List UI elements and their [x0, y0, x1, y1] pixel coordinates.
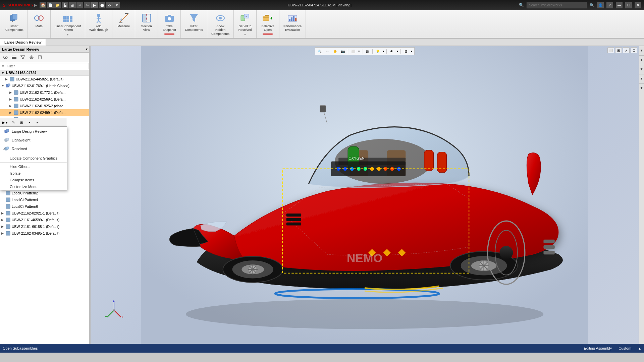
panel-icon-eye[interactable]: [1, 54, 9, 61]
redo-btn[interactable]: ↪: [84, 2, 91, 8]
search-submit[interactable]: 🔍: [590, 3, 594, 7]
rotate-icon[interactable]: ↔: [324, 48, 331, 54]
section-view-icon[interactable]: ⊡: [364, 48, 371, 54]
render-icon[interactable]: 🖥: [402, 48, 409, 54]
panel-resize-handle[interactable]: [89, 46, 90, 344]
status-left-text: Open Subassemblies: [3, 346, 38, 350]
ctx-update-graphics[interactable]: Update Component Graphics: [0, 155, 67, 162]
close-btn[interactable]: ✕: [635, 2, 641, 8]
zoom-icon[interactable]: 🔍: [316, 48, 323, 54]
ctx-isolate[interactable]: Isolate: [0, 170, 67, 177]
ctx-collapse-items[interactable]: Collapse Items: [0, 177, 67, 183]
display-style-icon[interactable]: ⬜: [350, 48, 357, 54]
label-n6: UBW-21162-02499-1 (Defa...: [20, 111, 65, 115]
minimize-btn[interactable]: —: [616, 2, 623, 8]
right-tab-1[interactable]: ▲: [639, 46, 644, 55]
tree-item-n6[interactable]: ▶ UBW-21162-02499-1 (Defa...: [0, 109, 90, 116]
restore-btn[interactable]: ❐: [625, 2, 632, 8]
status-expand-icon[interactable]: ▲: [638, 347, 641, 350]
lighting-arrow[interactable]: ▼: [382, 50, 385, 53]
cursor-btn[interactable]: ▶: [91, 2, 98, 8]
tree-item-n2[interactable]: ▼ UBW-21162-01769-1 (Hatch Closed): [0, 82, 90, 89]
pan-icon[interactable]: ✋: [332, 48, 338, 54]
tree-item-n18[interactable]: LocalCirPattern2: [0, 190, 90, 196]
print-btn[interactable]: 🖨: [69, 2, 76, 8]
tree-item-n22[interactable]: ▶ UBW-21161-46599-1 (Default): [0, 217, 90, 223]
display-style-arrow[interactable]: ▼: [358, 50, 360, 53]
settings-btn[interactable]: ⚙: [106, 2, 113, 8]
right-tab-2[interactable]: ▲: [639, 55, 644, 65]
mate-btn[interactable]: Mate: [30, 11, 48, 29]
ctx-tb-dropdown[interactable]: ▶▼: [2, 119, 9, 126]
ctx-tb-cut[interactable]: ✂: [26, 119, 33, 126]
linear-component-pattern-btn[interactable]: Linear Component Pattern: [53, 11, 83, 33]
measure-btn[interactable]: d Measure: [114, 11, 133, 29]
right-tab-5[interactable]: ▲: [639, 83, 644, 93]
3d-viewport[interactable]: 🔍 ↔ ✋ 📷 ⬜ ▼ ⊡ 💡 ▼ 👁 ▼ 🖥 ▼ ⬜ ⊞ ⤢ ⊡: [91, 46, 639, 344]
ctx-large-design-review[interactable]: Large Design Review: [0, 127, 67, 136]
filter-input[interactable]: [6, 63, 89, 69]
account-btn[interactable]: 👤: [597, 2, 604, 8]
take-snapshot-btn[interactable]: Take Snapshot: [160, 11, 178, 33]
panel-icon-filter[interactable]: [19, 54, 27, 61]
modified-more[interactable]: ▼: [244, 33, 246, 36]
panel-collapse-btn[interactable]: ▼: [85, 48, 88, 51]
selective-open-expand[interactable]: [259, 34, 277, 35]
ctx-hide-others[interactable]: Hide Others: [0, 163, 67, 170]
render-arrow[interactable]: ▼: [410, 50, 413, 53]
ribbon-group-linear-pattern: Linear Component Pattern ▼: [51, 10, 85, 38]
ctx-tb-insert[interactable]: ⊞: [18, 119, 25, 126]
lighting-icon[interactable]: 💡: [374, 48, 381, 54]
filter-btn[interactable]: Filter Components: [183, 11, 205, 33]
show-hidden-btn[interactable]: Show Hidden Components: [209, 11, 231, 37]
right-tab-3[interactable]: ▲: [639, 65, 644, 74]
performance-evaluation-btn[interactable]: Performance Evaluation: [281, 11, 304, 33]
add-walkthrough-btn[interactable]: Add Walk-through: [87, 11, 110, 33]
set-all-resolved-btn[interactable]: ✓ Set All to Resolved: [236, 11, 254, 33]
panel-icon-tag[interactable]: [36, 54, 44, 61]
insert-components-btn[interactable]: + Insert Components: [3, 11, 25, 33]
solidworks-logo: S: [3, 3, 6, 8]
ctx-sep2: [0, 162, 67, 163]
snapshot-expand[interactable]: [160, 34, 178, 35]
undo-btn[interactable]: ↩: [76, 2, 83, 8]
new-btn[interactable]: 📄: [47, 2, 54, 8]
panel-icon-list[interactable]: [10, 54, 18, 61]
ctx-customize-menu[interactable]: Customize Menu: [0, 183, 67, 190]
hide-show-arrow[interactable]: ▼: [396, 50, 399, 53]
tree-item-n21[interactable]: ▶ UBW-21162-02921-1 (Default): [0, 210, 90, 217]
save-btn[interactable]: 💾: [62, 2, 68, 8]
right-tab-4[interactable]: ▲: [639, 74, 644, 83]
help-btn[interactable]: ?: [606, 2, 613, 8]
ctx-lightweight[interactable]: Lightweight: [0, 136, 67, 144]
hide-show-icon[interactable]: 👁: [388, 48, 395, 54]
ctx-tb-properties[interactable]: ≡: [34, 119, 41, 126]
ctx-tb-edit[interactable]: ✎: [10, 119, 17, 126]
svg-rect-88: [437, 152, 447, 173]
tree-item-n20[interactable]: LocalCirPattern6: [0, 203, 90, 210]
tree-item-n3[interactable]: ▶ UBW-21162-01772-1 (Defa...: [0, 89, 90, 96]
section-view-label: Section View: [141, 24, 152, 32]
home-btn[interactable]: 🏠: [40, 2, 46, 8]
tree-item-n4[interactable]: ▶ UBW-21162-02569-1 (Defa...: [0, 96, 90, 103]
section-view-icon: [141, 13, 152, 23]
tree-item-n5[interactable]: ▶ UBW-21162-01925-2 (close...: [0, 103, 90, 109]
filter-bar: ▼: [0, 62, 90, 70]
view-orientation-icon[interactable]: 📷: [339, 48, 346, 54]
tree-root[interactable]: ▼ UBW-21162-04724: [0, 70, 90, 76]
linear-pattern-more[interactable]: ▼: [66, 33, 69, 36]
panel-icon-navigate[interactable]: [28, 54, 36, 61]
open-btn[interactable]: 📁: [54, 2, 61, 8]
ctx-resolved[interactable]: Resolved: [0, 144, 67, 153]
more-btn[interactable]: ▼: [113, 2, 120, 8]
tab-large-design-review[interactable]: Large Design Review: [0, 39, 46, 46]
tree-item-n24[interactable]: ▶ UBW-21162-03495-1 (Default): [0, 230, 90, 237]
search-input[interactable]: [527, 2, 587, 8]
section-view-btn[interactable]: Section View: [137, 11, 156, 33]
expander-n18: [1, 191, 5, 195]
tree-item-n23[interactable]: ▶ UBW-21161-66188-1 (Default): [0, 223, 90, 230]
selective-open-btn[interactable]: Selective Open: [259, 11, 277, 33]
tree-item-n1[interactable]: ▶ UBW-21162-44582-1 (Default): [0, 76, 90, 82]
rebuild-btn[interactable]: ⬤: [99, 2, 105, 8]
tree-item-n19[interactable]: LocalCirPattern4: [0, 196, 90, 203]
